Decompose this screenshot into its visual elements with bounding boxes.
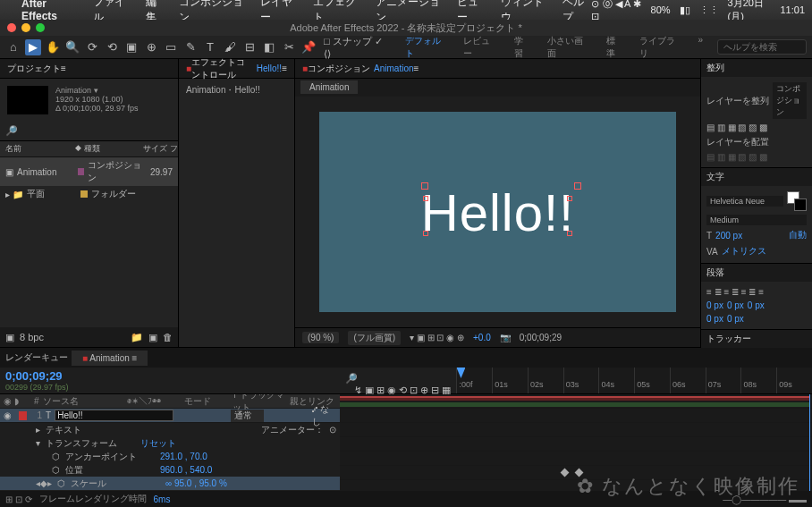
col-tag-icon[interactable]: ◆ xyxy=(75,143,84,155)
leading-field[interactable]: 自動 xyxy=(789,229,807,241)
blend-mode-dropdown[interactable]: 通常 xyxy=(231,410,265,422)
text-tool-icon[interactable]: T xyxy=(202,39,218,55)
space-after[interactable]: 0 px xyxy=(727,314,744,324)
font-size-field[interactable]: 200 px xyxy=(715,231,742,241)
comp-thumbnail[interactable] xyxy=(7,86,48,114)
toggle-switches-icon[interactable]: ⊞ ⊡ ⟳ xyxy=(5,494,32,504)
new-comp-icon[interactable]: ▣ xyxy=(148,332,157,343)
indent-right[interactable]: 0 px xyxy=(748,300,765,310)
layer-name-input[interactable] xyxy=(55,410,173,421)
para-align-buttons[interactable]: ≡ ≣ ≡ ≣ ≡ ≣ ≡ xyxy=(706,285,807,299)
col-name[interactable]: 名前 xyxy=(5,143,75,155)
maximize-icon[interactable] xyxy=(36,23,45,32)
font-dropdown[interactable]: Helvetica Neue xyxy=(706,196,783,207)
canvas-area[interactable]: Hello!! xyxy=(295,97,700,327)
zoom-tool-icon[interactable]: 🔍 xyxy=(64,39,80,55)
zoom-dropdown[interactable]: (90 %) xyxy=(302,332,339,343)
comp-tab[interactable]: Animation xyxy=(300,80,358,94)
weight-dropdown[interactable]: Medium xyxy=(706,215,807,225)
puppet-tool-icon[interactable]: 📌 xyxy=(300,39,317,55)
col-source[interactable]: ソース名 xyxy=(43,395,123,408)
viewer-tab-prefix[interactable]: コンポジション xyxy=(308,63,370,75)
layer-row-1[interactable]: ◉ 1 T 通常 ⑇ なし xyxy=(0,409,340,423)
camera-tool-icon[interactable]: ▣ xyxy=(123,39,140,55)
timeline-comp-tab[interactable]: Animation xyxy=(89,353,129,363)
brush-tool-icon[interactable]: 🖌 xyxy=(222,39,238,55)
viewer-comp-link[interactable]: Animation xyxy=(374,63,413,73)
transform-handle[interactable] xyxy=(423,231,428,236)
animator-add[interactable]: アニメーター： xyxy=(261,424,324,436)
twirl-icon[interactable]: ▾ xyxy=(36,438,40,448)
keyframe-icon[interactable] xyxy=(561,469,570,477)
render-queue-tab[interactable]: レンダーキュー xyxy=(5,351,68,364)
indent-first[interactable]: 0 px xyxy=(727,300,744,310)
project-row-animation[interactable]: ▣ Animation コンポジション 29.97 xyxy=(0,157,178,186)
align-buttons[interactable]: ▤ ▥ ▦ ▧ ▨ ▩ xyxy=(706,121,807,134)
clone-tool-icon[interactable]: ⊟ xyxy=(241,39,258,55)
tracker-panel-title[interactable]: トラッカー xyxy=(701,330,812,348)
distribute-buttons[interactable]: ▤ ▥ ▦ ▧ ▨ ▩ xyxy=(706,150,807,164)
playhead-line[interactable] xyxy=(809,394,810,491)
shape-tool-icon[interactable]: ▭ xyxy=(163,39,179,55)
snap-toggle[interactable]: □ スナップ ✓ ⟨⟩ xyxy=(324,35,391,60)
timeline-search-icon[interactable]: 🔎 xyxy=(345,373,451,384)
keyframe-icon[interactable] xyxy=(575,469,584,477)
effects-tab[interactable]: エフェクトコントロール xyxy=(191,56,253,81)
composition-canvas[interactable]: Hello!! xyxy=(319,112,675,312)
position-value[interactable]: 960.0 , 540.0 xyxy=(160,465,212,475)
battery-pct: 80% xyxy=(651,4,671,15)
bpc-toggle[interactable]: 8 bpc xyxy=(20,332,44,342)
search-icon[interactable]: 🔎 xyxy=(5,125,18,136)
viewer-icons[interactable]: ▾ ▣ ⊞ ⊡ ◉ ⊕ xyxy=(410,333,464,342)
viewer-timecode[interactable]: 0;00;09;29 xyxy=(520,333,562,342)
new-folder-icon[interactable]: 📁 xyxy=(131,332,143,343)
layer-color[interactable] xyxy=(19,411,27,420)
orbit-tool-icon[interactable]: ⟳ xyxy=(84,39,100,55)
project-row-solids[interactable]: ▸ 📁 平面 フォルダー xyxy=(0,186,178,202)
keyframe-nav[interactable]: ◂◆▸ xyxy=(36,478,52,488)
scale-value[interactable]: ∞ 95.0 , 95.0 % xyxy=(165,478,227,488)
close-icon[interactable] xyxy=(7,23,16,32)
reset-link[interactable]: リセット xyxy=(140,437,176,450)
paragraph-panel-title[interactable]: 段落 xyxy=(701,264,812,282)
quality-dropdown[interactable]: (フル画質) xyxy=(348,331,401,345)
minimize-icon[interactable] xyxy=(21,23,30,32)
col-size[interactable]: サイズ xyxy=(143,143,170,155)
col-type[interactable]: 種類 xyxy=(84,143,143,155)
current-timecode[interactable]: 0;00;09;29 xyxy=(5,369,334,383)
fill-stroke-swatch[interactable] xyxy=(787,191,807,211)
transform-handle[interactable] xyxy=(567,231,572,236)
character-panel-title[interactable]: 文字 xyxy=(701,168,812,186)
roto-tool-icon[interactable]: ✂ xyxy=(281,39,297,55)
eraser-tool-icon[interactable]: ◧ xyxy=(261,39,277,55)
col-mode[interactable]: モード xyxy=(184,395,229,408)
home-icon[interactable]: ⌂ xyxy=(5,39,21,55)
pan-behind-tool-icon[interactable]: ⊕ xyxy=(143,39,159,55)
text-layer-preview[interactable]: Hello!! xyxy=(421,182,574,242)
trash-icon[interactable]: 🗑 xyxy=(163,332,173,342)
comp-name[interactable]: Animation ▾ xyxy=(55,86,139,95)
align-target-dropdown[interactable]: コンポジション xyxy=(773,82,807,119)
pen-tool-icon[interactable]: ✎ xyxy=(182,39,199,55)
hand-tool-icon[interactable]: ✋ xyxy=(45,39,61,55)
interpret-icon[interactable]: ▣ xyxy=(5,332,14,343)
anchor-value[interactable]: 291.0 , 70.0 xyxy=(160,452,207,461)
add-icon[interactable]: ⊙ xyxy=(329,425,336,435)
zoom-slider[interactable]: —◯————— ▬▬ xyxy=(723,494,807,504)
exposure-value[interactable]: +0.0 xyxy=(473,333,491,342)
transform-handle[interactable] xyxy=(567,196,572,201)
transform-handle[interactable] xyxy=(423,196,428,201)
twirl-icon[interactable]: ▸ xyxy=(36,425,40,435)
timeline-tracks[interactable] xyxy=(340,394,812,491)
space-before[interactable]: 0 px xyxy=(706,314,723,324)
snapshot-icon[interactable]: 📷 xyxy=(500,333,511,342)
tracking-field[interactable]: メトリクス xyxy=(722,245,766,258)
project-tab[interactable]: プロジェクト xyxy=(7,63,61,75)
align-panel-title[interactable]: 整列 xyxy=(701,59,812,77)
selection-tool-icon[interactable]: ▶ xyxy=(25,39,41,55)
help-search-input[interactable] xyxy=(717,39,807,55)
indent-left[interactable]: 0 px xyxy=(706,300,723,310)
rotate-tool-icon[interactable]: ⟲ xyxy=(104,39,120,55)
time-ruler[interactable]: :00f01s02s03s04s05s06s07s08s09s xyxy=(456,368,812,393)
traffic-lights[interactable] xyxy=(7,23,45,32)
